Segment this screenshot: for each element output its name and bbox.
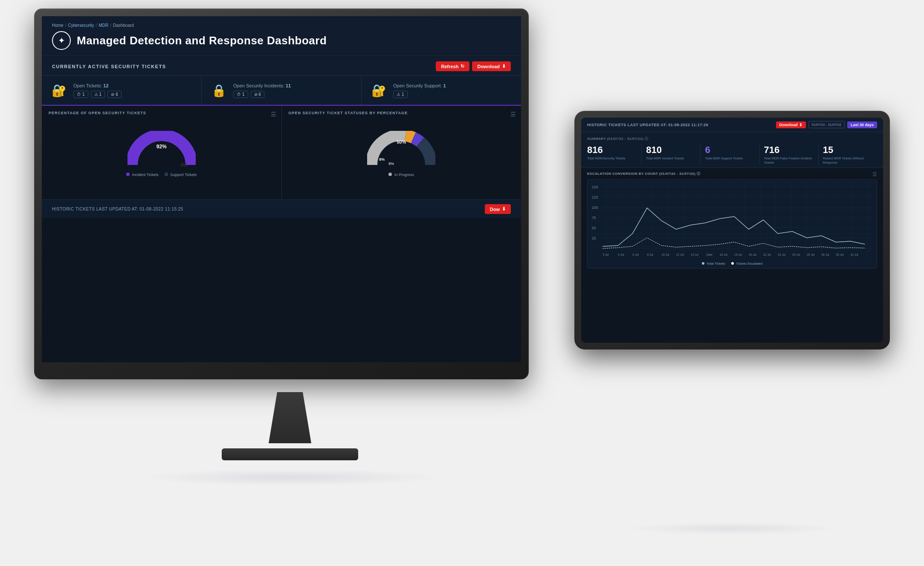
svg-text:3 Jul: 3 Jul [602, 253, 609, 256]
chart-menu-icon-left[interactable]: ☰ [271, 111, 276, 118]
tablet-reflection [626, 522, 839, 535]
historic-download-icon: ⬇ [502, 206, 506, 212]
svg-text:30 Jul: 30 Jul [836, 253, 844, 256]
action-buttons: Refresh ↻ Download ⬇ [436, 61, 511, 71]
svg-rect-0 [591, 182, 873, 259]
svg-text:20 Jul: 20 Jul [749, 253, 757, 256]
ticket-count-2: 1 [443, 83, 446, 88]
breadcrumb-sep1: / [65, 23, 67, 28]
donut-container: 92% 8% Incident Tickets [49, 118, 275, 189]
breadcrumb-home[interactable]: Home [52, 23, 64, 28]
ticket-label-1: Open Security Incidents: 11 [233, 83, 353, 88]
donut-svg-wrap: 92% 8% [127, 131, 196, 169]
svg-text:10 Jul: 10 Jul [662, 253, 670, 256]
svg-text:18 Jul: 18 Jul [720, 253, 728, 256]
ticket-icon-2: 🔐 [371, 84, 386, 98]
warning-icon-2: ⚠ [397, 92, 400, 97]
legend-item-1: Support Tickets [165, 173, 197, 177]
tab-stat-number-3: 716 [764, 144, 814, 156]
tab-legend-escalated: Tickets Escalated [731, 262, 762, 266]
svg-text:6 Jul: 6 Jul [632, 253, 639, 256]
legend-label-1: Support Tickets [170, 173, 197, 177]
tab-stat-number-2: 6 [705, 144, 755, 156]
ticket-cell-0: 🔐 Open Tickets: 12 ⏱1 [42, 76, 202, 105]
tab-date-range: 01/07/22 - 31/07/22 [808, 121, 845, 128]
tab-download-button[interactable]: Download ⬇ [776, 121, 806, 128]
tab-stat-label-1: Total MDR Incident Tickets [646, 156, 696, 161]
svg-text:Date: Date [707, 253, 713, 256]
svg-text:14 Jul: 14 Jul [691, 253, 699, 256]
chart-menu-icon-right[interactable]: ☰ [510, 111, 516, 118]
legend-label-0: Incident Tickets [132, 173, 159, 177]
ticket-count-0: 12 [103, 83, 108, 88]
chart-title-right: OPEN SECURITY TICKET STATUSES BY PERCENT… [289, 111, 515, 115]
legend-item-0: Incident Tickets [126, 173, 159, 177]
ticket-badges-1: ⏱1 ⊘6 [233, 91, 353, 98]
svg-text:50: 50 [592, 226, 596, 230]
tab-stat-label-3: Total MDR False Positive Incident Ticket… [764, 156, 814, 165]
page-title: Managed Detection and Response Dashboard [77, 34, 327, 47]
tab-legend-dot-total [702, 262, 704, 265]
svg-text:75: 75 [592, 216, 596, 220]
tab-days-button[interactable]: Last 30 days [847, 121, 877, 128]
ticket-icon-wrap-2: 🔐 [370, 82, 387, 99]
tab-chart-menu-icon[interactable]: ☰ [872, 171, 877, 177]
ticket-badges-2: ⚠1 [393, 91, 513, 98]
tab-chart-section: ESCALATION CONVERSION BY COUNT (01/07/22… [581, 168, 883, 272]
breadcrumb-cybersecurity[interactable]: Cybersecurity [68, 23, 94, 28]
tab-legend-label-total: Total Tickets [707, 262, 725, 266]
badge-1-0: ⏱1 [233, 91, 248, 98]
ticket-cell-2: 🔐 Open Security Support: 1 ⚠1 [362, 76, 521, 105]
tab-summary-title: SUMMARY (01/07/22 - 31/07/22) ⓘ [587, 136, 877, 141]
historic-label: HISTORIC TICKETS LAST UPDATED AT: 01-08-… [52, 207, 183, 211]
historic-download-label: Dow [490, 207, 500, 212]
monitor-wrapper: Home / Cybersecurity / MDR / Dashboard ✦ [34, 9, 546, 477]
ticket-icon-0: 🔐 [52, 84, 67, 98]
charts-row: PERCENTAGE OF OPEN SECURITY TICKETS ☰ [42, 106, 521, 199]
download-label: Download [477, 64, 500, 69]
legend-item-inprogress: In Progress [388, 173, 414, 177]
tab-header-right: Download ⬇ 01/07/22 - 31/07/22 Last 30 d… [776, 121, 877, 128]
tab-download-label: Download [779, 123, 798, 127]
svg-text:22 Jul: 22 Jul [763, 253, 771, 256]
block-icon-1: ⊘ [254, 92, 258, 97]
refresh-button[interactable]: Refresh ↻ [436, 61, 469, 71]
svg-text:8 Jul: 8 Jul [647, 253, 653, 256]
chart-legend-right: In Progress [388, 173, 414, 177]
tab-stat-1: 810 Total MDR Incident Tickets [642, 144, 701, 165]
chart-panel-left: PERCENTAGE OF OPEN SECURITY TICKETS ☰ [42, 106, 282, 199]
svg-text:125: 125 [592, 195, 598, 199]
tab-chart-title: ESCALATION CONVERSION BY COUNT (01/07/22… [587, 171, 700, 176]
tablet-outer: HISTORIC TICKETS LAST UPDATED AT: 01-08-… [574, 111, 890, 349]
tab-stats-row: 816 Total MDR/Security Tickets 810 Total… [587, 144, 877, 165]
legend-label-inprogress: In Progress [394, 173, 414, 177]
ticket-badges-0: ⏱1 ⚠1 ⊘6 [73, 91, 193, 98]
tab-stat-0: 816 Total MDR/Security Tickets [587, 144, 642, 165]
block-icon: ⊘ [111, 92, 114, 97]
tab-chart-area: 150 125 100 75 50 25 [587, 179, 877, 269]
tab-download-icon: ⬇ [799, 123, 802, 127]
tablet-screen: HISTORIC TICKETS LAST UPDATED AT: 01-08-… [581, 118, 883, 343]
svg-text:4 Jul: 4 Jul [618, 253, 624, 256]
chart-legend-left: Incident Tickets Support Tickets [126, 173, 197, 177]
breadcrumb-mdr[interactable]: MDR [98, 23, 108, 28]
ticket-icon-wrap-0: 🔐 [50, 82, 67, 99]
tab-header-title: HISTORIC TICKETS LAST UPDATED AT: 01-08-… [587, 123, 708, 127]
tab-legend-label-escalated: Tickets Escalated [736, 262, 762, 266]
clock-icon: ⏱ [77, 92, 81, 97]
donut-label-small: 8% [181, 163, 187, 167]
title-row: ✦ Managed Detection and Response Dashboa… [52, 31, 511, 50]
monitor-base [222, 448, 358, 460]
refresh-icon: ↻ [461, 64, 464, 69]
active-tickets-bar: CURRENTLY ACTIVE SECURITY TICKETS Refres… [42, 57, 521, 76]
breadcrumb: Home / Cybersecurity / MDR / Dashboard [52, 23, 511, 28]
logo-star-icon: ✦ [58, 36, 65, 45]
tab-stat-number-0: 816 [587, 144, 637, 156]
tablet-wrapper: HISTORIC TICKETS LAST UPDATED AT: 01-08-… [574, 111, 890, 528]
historic-bar: HISTORIC TICKETS LAST UPDATED AT: 01-08-… [42, 199, 521, 218]
historic-download-button[interactable]: Dow ⬇ [485, 204, 511, 214]
tab-stat-3: 716 Total MDR False Positive Incident Ti… [760, 144, 819, 165]
logo-circle: ✦ [52, 31, 71, 50]
download-button[interactable]: Download ⬇ [472, 61, 511, 71]
monitor-stand [269, 392, 311, 443]
